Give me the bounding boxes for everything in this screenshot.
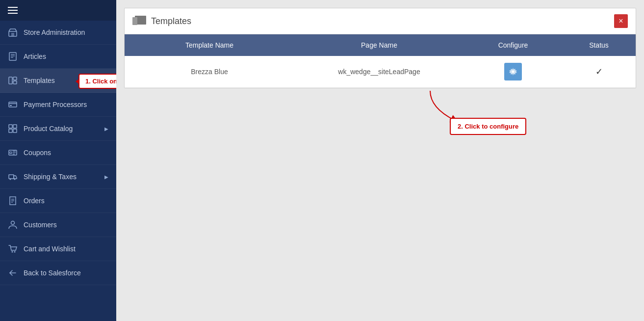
templates-panel: Templates × Template Name Page Name Conf…: [124, 8, 636, 88]
sidebar-item-coupons[interactable]: Coupons: [0, 141, 116, 165]
sidebar-item-articles[interactable]: Articles: [0, 45, 116, 69]
hamburger-icon[interactable]: [8, 7, 18, 14]
cell-page-name: wk_wedge__siteLeadPage: [294, 56, 464, 87]
sidebar-item-label: Cart and Wishlist: [24, 245, 76, 253]
sidebar-header[interactable]: [0, 0, 116, 21]
col-header-page-name: Page Name: [294, 34, 464, 56]
catalog-icon: [8, 124, 18, 134]
sidebar-item-label: Templates: [24, 77, 55, 84]
svg-rect-12: [9, 125, 12, 128]
annotation-box-configure: 2. Click to configure: [450, 118, 526, 135]
status-checkmark: ✓: [595, 66, 603, 77]
coupons-icon: [8, 148, 18, 158]
svg-rect-14: [9, 129, 12, 133]
sidebar-item-label: Customers: [24, 221, 57, 229]
sidebar-item-orders[interactable]: Orders: [0, 189, 116, 213]
articles-icon: [8, 52, 18, 61]
annotation-configure: 2. Click to configure: [420, 88, 479, 130]
svg-rect-6: [9, 77, 12, 84]
svg-rect-11: [10, 105, 12, 106]
sidebar-item-label: Coupons: [24, 149, 51, 157]
sidebar-item-label: Shipping & Taxes: [24, 173, 77, 181]
sidebar-item-cart-wishlist[interactable]: Cart and Wishlist: [0, 237, 116, 261]
svg-rect-2: [9, 53, 16, 60]
sidebar-item-product-catalog[interactable]: Product Catalog ▶: [0, 117, 116, 141]
annotation-arrow-svg: [420, 88, 479, 128]
svg-rect-7: [13, 77, 17, 80]
main-content: Templates × Template Name Page Name Conf…: [116, 0, 644, 321]
sidebar-item-label: Payment Processors: [24, 101, 87, 108]
store-icon: [8, 27, 18, 37]
svg-point-23: [14, 179, 16, 180]
svg-rect-15: [13, 129, 17, 133]
svg-rect-13: [13, 125, 17, 128]
svg-rect-1: [11, 33, 14, 36]
svg-point-22: [10, 179, 11, 180]
payment-icon: [8, 100, 18, 109]
sidebar-item-label: Back to Salesforce: [24, 269, 81, 277]
sidebar-item-back-salesforce[interactable]: Back to Salesforce: [0, 261, 116, 285]
sidebar-item-store-administration[interactable]: Store Administration: [0, 21, 116, 45]
col-header-configure: Configure: [464, 34, 562, 56]
close-button[interactable]: ×: [614, 14, 628, 28]
svg-rect-31: [132, 17, 137, 25]
sidebar-nav: Store Administration Articles: [0, 21, 116, 321]
orders-icon: [8, 196, 18, 206]
sidebar-item-label: Product Catalog: [24, 125, 73, 133]
sidebar-item-label: Orders: [24, 197, 45, 205]
svg-rect-8: [13, 81, 17, 84]
svg-rect-9: [9, 102, 17, 107]
panel-title-icon: [132, 16, 146, 27]
chevron-icon: ▶: [104, 126, 108, 132]
panel-title: Templates: [132, 16, 191, 27]
svg-rect-21: [9, 175, 14, 179]
cart-icon: [8, 244, 18, 254]
svg-point-27: [11, 221, 15, 225]
cell-template-name: Brezza Blue: [125, 56, 294, 87]
svg-point-28: [12, 251, 13, 253]
sidebar: Store Administration Articles: [0, 0, 116, 321]
customers-icon: [8, 220, 18, 230]
svg-point-17: [10, 152, 12, 154]
configure-button[interactable]: [504, 63, 522, 80]
tooltip-click-on-it: 1. Click on it: [78, 74, 116, 89]
templates-icon: [8, 76, 18, 85]
cell-configure: [464, 56, 562, 87]
cell-status: ✓: [562, 56, 636, 87]
chevron-icon: ▶: [104, 174, 108, 180]
svg-point-29: [14, 251, 16, 253]
col-header-template-name: Template Name: [125, 34, 294, 56]
panel-header: Templates ×: [125, 8, 636, 34]
back-icon: [8, 268, 18, 278]
sidebar-item-shipping-taxes[interactable]: Shipping & Taxes ▶: [0, 165, 116, 189]
shipping-icon: [8, 172, 18, 182]
col-header-status: Status: [562, 34, 636, 56]
panel-title-text: Templates: [151, 16, 191, 27]
sidebar-item-label: Articles: [24, 53, 46, 60]
sidebar-item-customers[interactable]: Customers: [0, 213, 116, 237]
sidebar-item-templates[interactable]: Templates 1. Click on it: [0, 69, 116, 93]
sidebar-item-payment-processors[interactable]: Payment Processors: [0, 93, 116, 117]
table-row: Brezza Blue wk_wedge__siteLeadPage ✓: [125, 56, 636, 88]
table-header: Template Name Page Name Configure Status: [125, 34, 636, 56]
sidebar-item-label: Store Administration: [24, 28, 85, 36]
